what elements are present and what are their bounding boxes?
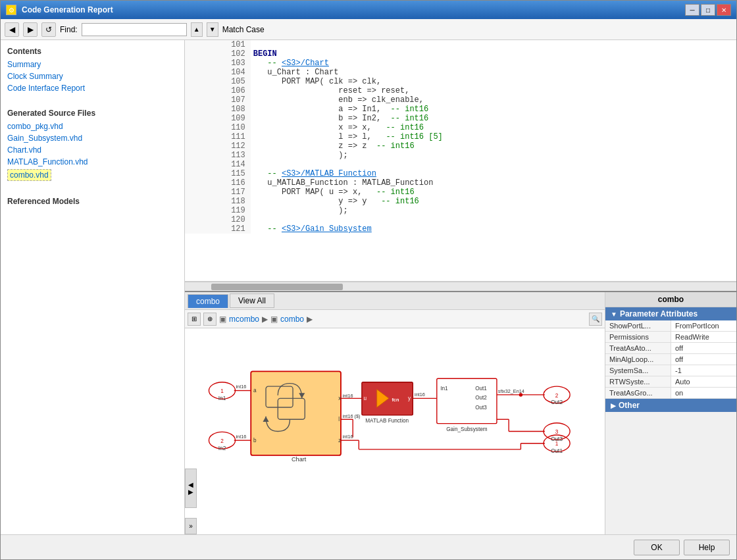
code-pane[interactable]: 101102BEGIN103 -- <S3>/Chart104 u_Chart … <box>185 40 736 282</box>
svg-text:3: 3 <box>555 429 559 435</box>
props-key: RTWSyste... <box>605 376 671 388</box>
sim-area: combo View All ⊞ ⊕ ▣ mcombo ▶ ▣ combo <box>185 292 605 534</box>
app-icon: ⚙ <box>6 5 16 15</box>
table-row: 117 PORT MAP( u => x, -- int16 <box>185 188 736 197</box>
code-line: u_MATLAB_Function : MATLAB_Function <box>251 178 736 188</box>
code-token: -- <box>253 169 282 178</box>
collapse-arrow-icon: ▼ <box>611 311 617 318</box>
line-number: 105 <box>185 77 251 86</box>
sim-tabs: combo View All <box>185 292 605 310</box>
svg-text:u: u <box>364 395 367 401</box>
line-number: 106 <box>185 86 251 95</box>
code-line: enb => clk_enable, <box>251 95 736 105</box>
title-bar: ⚙ Code Generation Report ─ □ ✕ <box>1 1 736 19</box>
props-value: off <box>671 354 737 365</box>
breadcrumb-combo[interactable]: combo <box>280 315 304 324</box>
line-number: 119 <box>185 206 251 215</box>
svg-text:fcn: fcn <box>392 397 399 403</box>
code-line <box>251 40 736 49</box>
table-row: 102BEGIN <box>185 49 736 59</box>
breadcrumb-mcombo[interactable]: mcombo <box>229 315 259 324</box>
back-button[interactable]: ◀ <box>5 22 19 37</box>
table-row: 110 x => x, -- int16 <box>185 123 736 132</box>
props-key: TreatAsAto... <box>605 343 671 354</box>
svg-text:Chart: Chart <box>292 456 307 463</box>
search-diagram-button[interactable]: 🔍 <box>589 313 602 326</box>
help-button[interactable]: Help <box>684 540 730 555</box>
file-combo-selected[interactable]: combo.vhd <box>7 169 178 181</box>
code-token[interactable]: <S3>/MATLAB_Function <box>282 169 376 178</box>
other-label: Other <box>619 401 640 410</box>
search-prev-button[interactable]: ▲ <box>191 22 203 37</box>
props-other-section[interactable]: ▶ Other <box>605 399 736 412</box>
code-token[interactable]: <S3>/Gain_Subsystem <box>282 224 372 234</box>
file-matlab-function[interactable]: MATLAB_Function.vhd <box>7 157 178 166</box>
code-token: ); <box>253 151 348 160</box>
tab-view-all[interactable]: View All <box>230 293 274 308</box>
line-number: 120 <box>185 215 251 224</box>
svg-text:Out3: Out3 <box>475 405 487 411</box>
table-row: 112 z => z -- int16 <box>185 141 736 151</box>
minimize-button[interactable]: ─ <box>685 4 699 16</box>
line-number: 113 <box>185 151 251 160</box>
code-token: enb => clk_enable, <box>253 95 424 105</box>
fit-view-button[interactable]: ⊞ <box>188 313 201 326</box>
hscroll-thumb[interactable] <box>211 284 343 290</box>
line-number: 121 <box>185 224 251 234</box>
code-line: l => l, -- int16 [5] <box>251 132 736 141</box>
nav-link-summary[interactable]: Summary <box>7 60 178 69</box>
svg-text:int16: int16 <box>236 384 246 390</box>
code-token: y => y <box>253 197 381 206</box>
svg-point-61 <box>519 393 522 396</box>
props-key: ShowPortL... <box>605 320 671 332</box>
svg-text:int16: int16 <box>343 393 353 399</box>
line-number: 104 <box>185 68 251 77</box>
forward-button[interactable]: ▶ <box>23 22 38 37</box>
match-case-label: Match Case <box>222 25 265 34</box>
close-button[interactable]: ✕ <box>717 4 731 16</box>
file-combo-pkg[interactable]: combo_pkg.vhd <box>7 122 178 131</box>
code-line: -- <S3>/MATLAB_Function <box>251 169 736 178</box>
file-chart[interactable]: Chart.vhd <box>7 145 178 155</box>
code-line: u_Chart : Chart <box>251 68 736 77</box>
code-line: b => In2, -- int16 <box>251 114 736 123</box>
svg-text:int16 ($): int16 ($) <box>343 413 361 419</box>
props-value: Auto <box>671 376 737 388</box>
nav-link-clock-summary[interactable]: Clock Summary <box>7 72 178 81</box>
svg-text:a: a <box>253 388 257 394</box>
props-key: MinAlgLoop... <box>605 354 671 365</box>
svg-text:Out2: Out2 <box>475 395 487 401</box>
code-token[interactable]: <S3>/Chart <box>282 59 329 68</box>
code-line: ); <box>251 206 736 215</box>
maximize-button[interactable]: □ <box>701 4 715 16</box>
table-row: 115 -- <S3>/MATLAB_Function <box>185 169 736 178</box>
collapse-left-button[interactable]: ◀▶ <box>185 469 197 508</box>
props-section-header[interactable]: ▼ Parameter Attributes <box>605 307 736 320</box>
props-row: PermissionsReadWrite <box>605 332 736 343</box>
table-row: 120 <box>185 215 736 224</box>
file-gain-subsystem[interactable]: Gain_Subsystem.vhd <box>7 134 178 143</box>
button-bar: OK Help <box>1 534 736 559</box>
breadcrumb-arrow-1: ▶ <box>262 315 268 324</box>
search-next-button[interactable]: ▼ <box>207 22 218 37</box>
svg-text:MATLAB Function: MATLAB Function <box>365 418 409 424</box>
properties-panel: combo ▼ Parameter Attributes ShowPortL..… <box>605 292 736 534</box>
props-row: SystemSa...-1 <box>605 365 736 376</box>
code-token: -- int16 <box>391 105 429 114</box>
svg-text:Gain_Subsystem: Gain_Subsystem <box>446 427 488 433</box>
other-arrow-icon: ▶ <box>611 402 616 409</box>
diagram-svg: 1 In1 int16 2 In2 int16 <box>185 328 605 534</box>
line-number: 102 <box>185 49 251 59</box>
code-line: PORT MAP( clk => clk, <box>251 77 736 86</box>
zoom-in-button[interactable]: ⊕ <box>203 313 216 326</box>
code-token: l => l, <box>253 132 386 141</box>
refresh-button[interactable]: ↺ <box>41 22 56 37</box>
tab-combo[interactable]: combo <box>188 294 228 308</box>
expand-button[interactable]: » <box>185 518 197 534</box>
sim-canvas[interactable]: 1 In1 int16 2 In2 int16 <box>185 328 605 534</box>
nav-link-code-interface[interactable]: Code Interface Report <box>7 84 178 93</box>
ok-button[interactable]: OK <box>634 540 680 555</box>
horizontal-scrollbar[interactable] <box>185 282 736 291</box>
find-input[interactable] <box>82 23 187 36</box>
sim-toolbar: ⊞ ⊕ ▣ mcombo ▶ ▣ combo ▶ 🔍 <box>185 310 605 328</box>
